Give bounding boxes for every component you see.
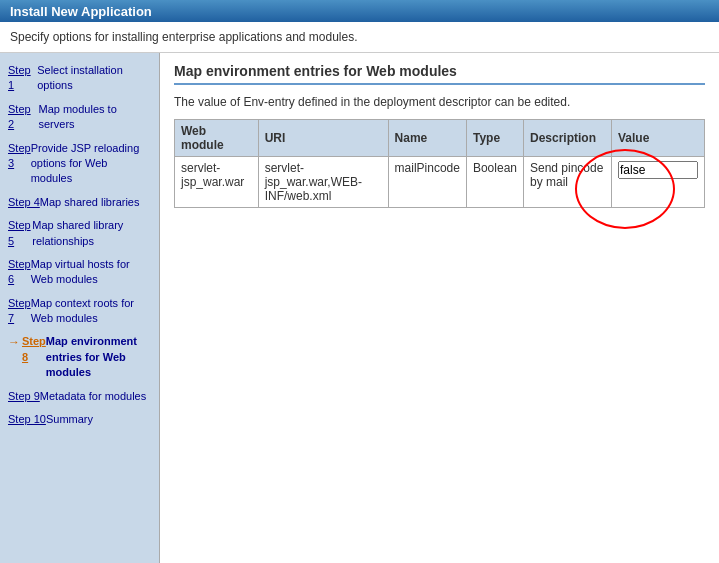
info-text: The value of Env-entry defined in the de… — [174, 95, 705, 109]
table-cell-name: mailPincode — [388, 157, 466, 208]
description-text: Specify options for installing enterpris… — [10, 30, 358, 44]
value-input[interactable] — [618, 161, 698, 179]
table-cell-type: Boolean — [466, 157, 523, 208]
sidebar-step-label-step3: Provide JSP reloading options for Web mo… — [31, 141, 151, 187]
body-area: Step 1 Select installation optionsStep 2… — [0, 53, 719, 563]
main-content: Specify options for installing enterpris… — [0, 22, 719, 563]
col-header-type: Type — [466, 120, 523, 157]
sidebar-item-step2[interactable]: Step 2 Map modules to servers — [0, 98, 159, 137]
table-cell-web-module: servlet-jsp_war.war — [175, 157, 259, 208]
table-cell-description: Send pincode by mail — [523, 157, 611, 208]
col-header-description: Description — [523, 120, 611, 157]
sidebar-item-step3[interactable]: Step 3 Provide JSP reloading options for… — [0, 137, 159, 191]
table-wrapper: Web moduleURINameTypeDescriptionValue se… — [174, 119, 705, 208]
sidebar-step-link-step1[interactable]: Step 1 — [8, 63, 37, 94]
table-body: servlet-jsp_war.warservlet-jsp_war.war,W… — [175, 157, 705, 208]
col-header-uri: URI — [258, 120, 388, 157]
sidebar-step-label-step2: Map modules to servers — [38, 102, 151, 133]
sidebar-item-step10[interactable]: Step 10 Summary — [0, 408, 159, 431]
sidebar-item-step6[interactable]: Step 6 Map virtual hosts for Web modules — [0, 253, 159, 292]
sidebar-step-link-step9[interactable]: Step 9 — [8, 389, 40, 404]
sidebar-step-label-step1: Select installation options — [37, 63, 151, 94]
sidebar-step-link-step10[interactable]: Step 10 — [8, 412, 46, 427]
sidebar-step-label-step8: Map environment entries for Web modules — [46, 334, 151, 380]
col-header-value: Value — [611, 120, 704, 157]
header-title: Install New Application — [10, 4, 152, 19]
sidebar-step-link-step4[interactable]: Step 4 — [8, 195, 40, 210]
table-row: servlet-jsp_war.warservlet-jsp_war.war,W… — [175, 157, 705, 208]
active-arrow-icon: → — [8, 334, 20, 351]
sidebar-step-label-step10: Summary — [46, 412, 93, 427]
content-title: Map environment entries for Web modules — [174, 63, 705, 85]
sidebar-item-step9[interactable]: Step 9 Metadata for modules — [0, 385, 159, 408]
sidebar-step-link-step3[interactable]: Step 3 — [8, 141, 31, 172]
sidebar-step-label-step4: Map shared libraries — [40, 195, 140, 210]
sidebar: Step 1 Select installation optionsStep 2… — [0, 53, 160, 563]
info-text-content: The value of Env-entry defined in the de… — [174, 95, 570, 109]
sidebar-step-label-step6: Map virtual hosts for Web modules — [31, 257, 151, 288]
env-entries-table: Web moduleURINameTypeDescriptionValue se… — [174, 119, 705, 208]
sidebar-step-link-step6[interactable]: Step 6 — [8, 257, 31, 288]
table-header-row: Web moduleURINameTypeDescriptionValue — [175, 120, 705, 157]
sidebar-item-step1[interactable]: Step 1 Select installation options — [0, 59, 159, 98]
content-area: Map environment entries for Web modules … — [160, 53, 719, 563]
sidebar-step-link-step7[interactable]: Step 7 — [8, 296, 31, 327]
sidebar-item-step5[interactable]: Step 5 Map shared library relationships — [0, 214, 159, 253]
page-description: Specify options for installing enterpris… — [0, 22, 719, 53]
sidebar-step-link-step2[interactable]: Step 2 — [8, 102, 38, 133]
table-cell-uri: servlet-jsp_war.war,WEB-INF/web.xml — [258, 157, 388, 208]
sidebar-item-step4[interactable]: Step 4 Map shared libraries — [0, 191, 159, 214]
table-cell-value[interactable] — [611, 157, 704, 208]
sidebar-step-link-step5[interactable]: Step 5 — [8, 218, 32, 249]
sidebar-step-label-step7: Map context roots for Web modules — [31, 296, 151, 327]
sidebar-item-step7[interactable]: Step 7 Map context roots for Web modules — [0, 292, 159, 331]
col-header-web-module: Web module — [175, 120, 259, 157]
sidebar-step-label-step5: Map shared library relationships — [32, 218, 151, 249]
col-header-name: Name — [388, 120, 466, 157]
sidebar-step-label-step9: Metadata for modules — [40, 389, 146, 404]
sidebar-step-link-step8[interactable]: Step 8 — [22, 334, 46, 365]
app-header: Install New Application — [0, 0, 719, 22]
sidebar-item-step8[interactable]: → Step 8 Map environment entries for Web… — [0, 330, 159, 384]
